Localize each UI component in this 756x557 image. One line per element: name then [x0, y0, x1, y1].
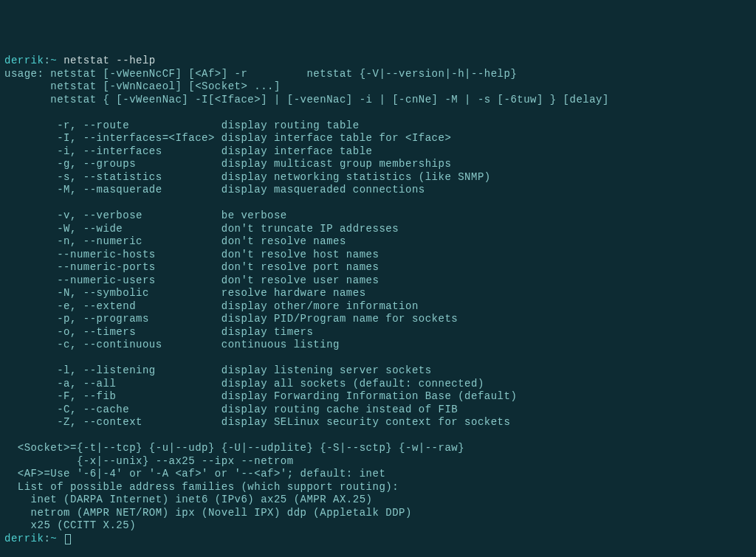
blank-line [4, 106, 752, 120]
terminal-output[interactable]: derrik:~ netstat --helpusage: netstat [-… [4, 55, 752, 545]
opt-verbose: -v, --verbose be verbose [4, 210, 752, 223]
prompt-path: ~ [50, 533, 57, 544]
opt-numeric: -n, --numeric don't resolve names [4, 235, 752, 249]
opt-timers: -o, --timers display timers [4, 326, 752, 339]
usage-line-3: netstat { [-vWeenNac] -I[<Iface>] | [-ve… [4, 94, 752, 107]
cursor-icon [65, 534, 71, 544]
opt-continuous: -c, --continuous continuous listing [4, 339, 752, 352]
footer-fam-1: inet (DARPA Internet) inet6 (IPv6) ax25 … [4, 494, 752, 507]
prompt-line-2[interactable]: derrik:~ [4, 533, 752, 546]
opt-groups: -g, --groups display multicast group mem… [4, 158, 752, 171]
prompt-sep: : [44, 55, 50, 66]
prompt-path: ~ [50, 55, 57, 66]
opt-masquerade: -M, --masquerade display masqueraded con… [4, 184, 752, 197]
footer-list: List of possible address families (which… [4, 481, 752, 494]
opt-fib: -F, --fib display Forwarding Information… [4, 390, 752, 404]
footer-socket-2: {-x|--unix} --ax25 --ipx --netrom [4, 455, 752, 468]
opt-interfaces: -i, --interfaces display interface table [4, 145, 752, 159]
prompt-user: derrik [4, 533, 44, 544]
blank-line [4, 352, 752, 365]
opt-route: -r, --route display routing table [4, 120, 752, 133]
prompt-line-1[interactable]: derrik:~ netstat --help [4, 55, 752, 68]
usage-line-1: usage: netstat [-vWeenNcCF] [<Af>] -r ne… [4, 68, 752, 81]
prompt-user: derrik [4, 55, 44, 66]
footer-af: <AF>=Use '-6|-4' or '-A <af>' or '--<af>… [4, 468, 752, 481]
opt-numeric-hosts: --numeric-hosts don't resolve host names [4, 249, 752, 262]
opt-statistics: -s, --statistics display networking stat… [4, 171, 752, 184]
opt-listening: -l, --listening display listening server… [4, 364, 752, 378]
footer-fam-3: x25 (CCITT X.25) [4, 519, 752, 533]
usage-line-2: netstat [-vWnNcaeol] [<Socket> ...] [4, 80, 752, 94]
opt-programs: -p, --programs display PID/Program name … [4, 313, 752, 326]
prompt-space [57, 533, 63, 544]
opt-extend: -e, --extend display other/more informat… [4, 300, 752, 314]
opt-symbolic: -N, --symbolic resolve hardware names [4, 287, 752, 300]
blank-line [4, 197, 752, 210]
opt-numeric-users: --numeric-users don't resolve user names [4, 274, 752, 288]
opt-wide: -W, --wide don't truncate IP addresses [4, 223, 752, 236]
opt-cache: -C, --cache display routing cache instea… [4, 404, 752, 417]
opt-context: -Z, --context display SELinux security c… [4, 416, 752, 429]
prompt-space [57, 55, 63, 66]
blank-line [4, 429, 752, 443]
opt-interfaces-iface: -I, --interfaces=<Iface> display interfa… [4, 132, 752, 145]
opt-numeric-ports: --numeric-ports don't resolve port names [4, 261, 752, 274]
command-text: netstat --help [63, 55, 156, 66]
footer-fam-2: netrom (AMPR NET/ROM) ipx (Novell IPX) d… [4, 507, 752, 520]
opt-all: -a, --all display all sockets (default: … [4, 378, 752, 391]
prompt-sep: : [44, 533, 50, 544]
footer-socket-1: <Socket>={-t|--tcp} {-u|--udp} {-U|--udp… [4, 442, 752, 455]
